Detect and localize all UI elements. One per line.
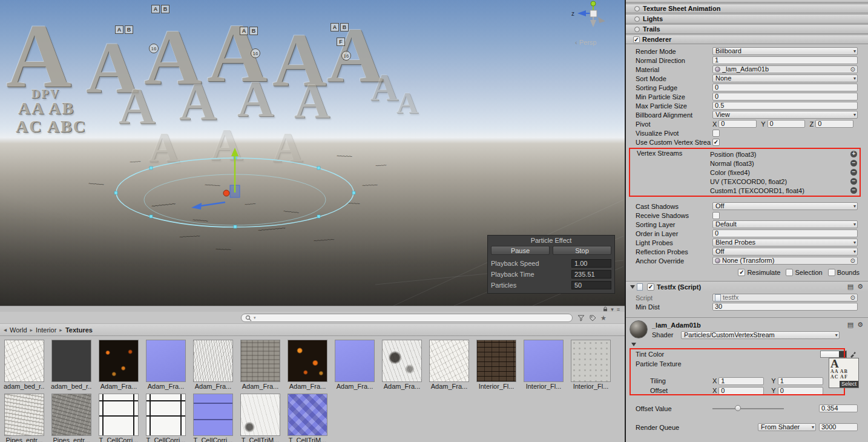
breadcrumb-textures[interactable]: Textures [65,326,93,334]
module-header-texture-sheet-animation[interactable]: Texture Sheet Animation [626,4,868,13]
visualize-pivot-checkbox[interactable] [712,130,720,137]
particle-texture-thumbnail[interactable]: A AA AB AC AF Select [829,358,859,388]
object-picker-icon[interactable]: ⊙ [850,294,855,301]
script-object-field[interactable]: testfx⊙ [712,294,858,302]
sorting-layer-dropdown[interactable]: Default▾ [712,220,858,228]
offset-y-field[interactable]: 0 [778,387,823,395]
pivot-y-field[interactable]: 0 [768,120,806,128]
cast-shadows-dropdown[interactable]: Off▾ [712,202,858,210]
pivot-z-field[interactable]: 0 [815,120,853,128]
playback-speed-value[interactable]: 1.00 [571,259,611,268]
project-item-t-celltrim[interactable]: T_CellTriM... [240,394,281,442]
project-item-adam-fra[interactable]: Adam_Fra... [145,340,186,390]
breadcrumb-world[interactable]: World [10,326,27,334]
filter-by-type-icon[interactable] [577,314,585,322]
project-item-adam-fra[interactable]: Adam_Fra... [192,340,234,390]
tiling-y-field[interactable]: 1 [778,377,823,385]
project-item-adam-bed-r[interactable]: adam_bed_r... [51,340,92,390]
module-toggle-icon[interactable] [634,16,640,22]
breadcrumb-back-icon[interactable]: ◂ [4,326,7,333]
min-dist-field[interactable]: 30 [712,303,858,311]
help-book-icon[interactable]: ▤ [847,321,853,329]
module-header-trails[interactable]: Trails [626,24,868,34]
reflection-probes-dropdown[interactable]: Off▾ [712,248,858,256]
receive-shadows-checkbox[interactable] [712,212,720,219]
light-probes-dropdown[interactable]: Blend Probes▾ [712,239,858,246]
select-texture-button[interactable]: Select [840,381,858,388]
offset-value-slider[interactable] [712,404,784,412]
render-mode-dropdown[interactable]: Billboard▾ [712,47,858,55]
testfx-enabled-checkbox[interactable]: ✓ [647,283,654,291]
toggle-resimulate[interactable]: ✓Resimulate [738,269,780,276]
toggle-selection[interactable]: Selection [786,269,822,276]
gear-icon[interactable]: ⚙ [857,283,863,291]
particles-value[interactable]: 50 [571,281,611,289]
testfx-component-header[interactable]: ✓ Testfx (Script) ▤ ⚙ [626,281,868,292]
perspective-toggle[interactable]: ‹Persp [575,39,596,46]
panel-menu-icon[interactable]: ≡ [617,306,620,312]
lock-icon[interactable] [603,306,608,312]
remove-vertex-stream-button[interactable]: − [850,187,857,194]
search-input[interactable]: ▾ [241,314,573,322]
add-vertex-stream-button[interactable]: + [850,151,857,157]
shader-dropdown[interactable]: Particles/CustomVertexStream ▾ [681,331,840,339]
project-item-adam-fra[interactable]: Adam_Fra... [287,340,328,390]
remove-vertex-stream-button[interactable]: − [850,178,857,185]
min-particle-size-field[interactable]: 0 [712,93,858,101]
project-item-interior-fl[interactable]: Interior_Fl... [523,340,564,390]
tiling-x-field[interactable]: 1 [718,377,764,385]
module-header-partial[interactable] [626,0,868,3]
project-item-adam-fra[interactable]: Adam_Fra... [240,340,281,390]
playback-time-value[interactable]: 235.51 [571,270,611,279]
offset-x-field[interactable]: 0 [718,387,764,395]
material-header[interactable]: _lam_Adam01b Shader Particles/CustomVert… [626,317,868,341]
breadcrumb-interior[interactable]: Interior [36,326,56,334]
module-header-renderer[interactable]: ✓ Renderer [626,35,868,44]
project-item-t-celltrim[interactable]: T_CellTriM... [287,394,328,442]
renderer-enabled-checkbox[interactable]: ✓ [633,36,640,43]
pivot-x-field[interactable]: 0 [718,120,757,128]
remove-vertex-stream-button[interactable]: − [850,169,857,176]
offset-value-field[interactable]: 0.354 [819,404,858,412]
normal-direction-field[interactable]: 1 [712,56,858,64]
foldout-icon[interactable] [630,285,635,289]
module-toggle-icon[interactable] [634,27,640,32]
order-in-layer-field[interactable]: 0 [712,229,858,237]
module-toggle-icon[interactable] [634,6,640,12]
project-item-adam-bed-r[interactable]: adam_bed_r... [4,340,45,390]
remove-vertex-stream-button[interactable]: − [850,160,857,167]
material-foldout-icon[interactable] [631,343,636,346]
project-item-adam-fra[interactable]: Adam_Fra... [334,340,375,390]
help-book-icon[interactable]: ▤ [847,283,853,291]
project-item-t-cellcorri[interactable]: T_CellCorri... [98,394,139,442]
render-queue-dropdown[interactable]: From Shader ▾ [758,423,816,431]
material-object-field[interactable]: _lam_Adam01b⊙ [712,65,858,73]
save-search-star-icon[interactable]: ★ [600,314,607,322]
panel-dropdown-icon[interactable]: ▾ [611,306,614,312]
sort-mode-dropdown[interactable]: None▾ [712,74,858,82]
anchor-override-object-field[interactable]: None (Transform)⊙ [712,257,858,265]
eyedropper-icon[interactable] [849,351,856,358]
search-dropdown-icon[interactable]: ▾ [254,315,256,320]
module-header-lights[interactable]: Lights [626,14,868,24]
scene-orientation-gizmo[interactable]: z [568,0,616,36]
gear-icon[interactable]: ⚙ [857,321,863,329]
object-picker-icon[interactable]: ⊙ [850,257,855,264]
slider-knob[interactable] [735,405,741,411]
project-item-pipes-entr[interactable]: Pipes_entr... [4,394,45,442]
max-particle-size-field[interactable]: 0.5 [712,102,858,110]
project-item-adam-fra[interactable]: Adam_Fra... [98,340,139,390]
filter-by-label-icon[interactable] [589,314,596,322]
billboard-alignment-dropdown[interactable]: View▾ [712,111,858,119]
project-item-pipes-entr[interactable]: Pipes_entr... [51,394,92,442]
pause-button[interactable]: Pause [491,246,550,255]
render-queue-field[interactable]: 3000 [819,423,858,431]
use-custom-vertex-strea-checkbox[interactable]: ✓ [712,139,720,146]
tint-color-swatch[interactable] [820,351,847,358]
project-item-t-cellcorri[interactable]: T_CellCorri... [145,394,186,442]
project-item-interior-fl[interactable]: Interior_Fl... [570,340,611,390]
project-item-adam-fra[interactable]: Adam_Fra... [381,340,422,390]
sorting-fudge-field[interactable]: 0 [712,84,858,91]
scene-view[interactable]: AAAAAAAAAAAADPVAA ABAC ABCAAAABABABABF16… [0,0,625,306]
stop-button[interactable]: Stop [553,246,611,255]
